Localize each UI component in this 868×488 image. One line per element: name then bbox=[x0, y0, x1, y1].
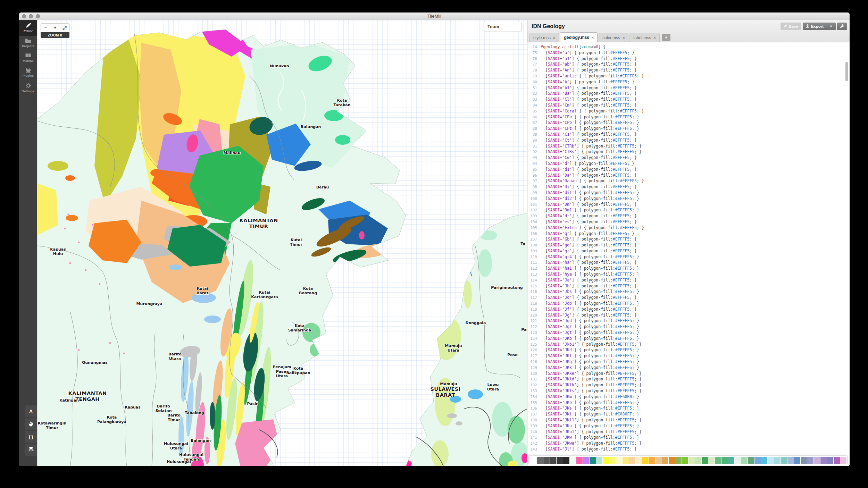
code-line[interactable]: 141 [SANDI='JKw'] { polygon-fill:#EFFFF5… bbox=[527, 435, 850, 440]
palette-swatch[interactable] bbox=[529, 457, 536, 464]
palette-swatch[interactable] bbox=[721, 457, 728, 464]
code-line[interactable]: 120 [SANDI='Jg'] { polygon-fill:#EFFFF5;… bbox=[527, 312, 850, 318]
palette-swatch[interactable] bbox=[616, 457, 622, 464]
zoom-out-button[interactable]: − bbox=[41, 24, 50, 32]
code-line[interactable]: 99 [SANDI='di1'] { polygon-fill:#EFFFF5;… bbox=[527, 190, 850, 196]
palette-swatch[interactable] bbox=[741, 457, 748, 464]
code-line[interactable]: 97 [SANDI='Danau'] { polygon-fill:#EFFFF… bbox=[527, 178, 850, 184]
code-line[interactable]: 77 [SANDI='ab'] { polygon-fill:#EFFFF5; … bbox=[527, 61, 850, 67]
palette-swatch[interactable] bbox=[827, 457, 833, 464]
palette-swatch[interactable] bbox=[682, 457, 688, 464]
code-line[interactable]: 103 [SANDI='dr'] { polygon-fill:#EFFFF5;… bbox=[527, 213, 850, 219]
code-line[interactable]: 92 [SANDI='CTRs'] { polygon-fill:#EFFFF5… bbox=[527, 149, 850, 155]
code-line[interactable]: 122 [SANDI='Jgr'] { polygon-fill:#EFFFF5… bbox=[527, 324, 850, 330]
hand-tool-button[interactable] bbox=[25, 418, 37, 430]
carto-code-editor[interactable]: 74#geology_a::fill[zoom>=0] {75 [SANDI='… bbox=[527, 42, 850, 455]
code-line[interactable]: 111 [SANDI='ha'] { polygon-fill:#EFFFF5;… bbox=[527, 260, 850, 266]
code-line[interactable]: 109 [SANDI='gr'] { polygon-fill:#EFFFF5;… bbox=[527, 248, 850, 254]
sidebar-item-projects[interactable]: Projects bbox=[19, 36, 37, 51]
palette-swatch[interactable] bbox=[603, 457, 609, 464]
code-line[interactable]: 98 [SANDI='Di'] { polygon-fill:#EFFFF5; … bbox=[527, 184, 850, 190]
code-line[interactable]: 114 [SANDI='Ja'] { polygon-fill:#EFFFF5;… bbox=[527, 277, 850, 283]
palette-swatch[interactable] bbox=[807, 457, 813, 464]
code-line[interactable]: 106 [SANDI='g'] { polygon-fill:#EFFFF5; … bbox=[527, 231, 850, 237]
palette-swatch[interactable] bbox=[728, 457, 734, 464]
palette-swatch[interactable] bbox=[834, 457, 840, 464]
code-line[interactable]: 96 [SANDI='Da'] { polygon-fill:#EFFFF5; … bbox=[527, 173, 850, 178]
code-line[interactable]: 142 [SANDI='JKwa'] { polygon-fill:#EFFFF… bbox=[527, 440, 850, 446]
code-line[interactable]: 123 [SANDI='Jgt'] { polygon-fill:#EFFFF5… bbox=[527, 330, 850, 336]
tab-color-mss[interactable]: color.mss × bbox=[599, 33, 628, 42]
code-line[interactable]: 108 [SANDI='gd'] { polygon-fill:#EFFFF5;… bbox=[527, 242, 850, 248]
code-line[interactable]: 104 [SANDI='es'] { polygon-fill:#EFFFF5;… bbox=[527, 219, 850, 225]
palette-swatch[interactable] bbox=[583, 457, 589, 464]
palette-swatch[interactable] bbox=[550, 457, 556, 464]
code-line[interactable]: 110 [SANDI='gr4'] { polygon-fill:#EFFFF5… bbox=[527, 254, 850, 260]
carto-tool-button[interactable]: { } bbox=[25, 431, 37, 443]
palette-swatch[interactable] bbox=[761, 457, 767, 464]
sidebar-item-editor[interactable]: Editor bbox=[19, 20, 37, 36]
code-line[interactable]: 129 [SANDI='JKk'] { polygon-fill:#EFFFF5… bbox=[527, 365, 850, 371]
palette-swatch[interactable] bbox=[695, 457, 701, 464]
code-line[interactable]: 91 [SANDI='CTRb'] { polygon-fill:#EFFFF5… bbox=[527, 143, 850, 149]
add-stylesheet-button[interactable]: + bbox=[662, 34, 670, 41]
close-icon[interactable]: × bbox=[592, 35, 594, 40]
code-line[interactable]: 117 [SANDI='Jd'] { polygon-fill:#EFFFF5;… bbox=[527, 295, 850, 301]
code-line[interactable]: 101 [SANDI='Dm'] { polygon-fill:#EFFFF5;… bbox=[527, 202, 850, 208]
palette-swatch[interactable] bbox=[675, 457, 682, 464]
palette-swatch[interactable] bbox=[708, 457, 715, 464]
code-line[interactable]: 87 [SANDI='CPp'] { polygon-fill:#EFFFF5;… bbox=[527, 120, 850, 126]
code-line[interactable]: 116 [SANDI='Jbs'] { polygon-fill:#EFFFF5… bbox=[527, 289, 850, 295]
code-line[interactable]: 126 [SANDI='JKd'] { polygon-fill:#EFFFF5… bbox=[527, 347, 850, 353]
palette-swatch[interactable] bbox=[781, 457, 787, 464]
map-canvas[interactable]: NunukanKotaTarakanBulunganMalinauBerauKa… bbox=[37, 20, 527, 466]
editor-scrollbar[interactable] bbox=[845, 62, 848, 81]
palette-swatch[interactable] bbox=[768, 457, 774, 464]
code-line[interactable]: 88 [SANDI='CPz'] { polygon-fill:#EFFFF5;… bbox=[527, 126, 850, 132]
palette-swatch[interactable] bbox=[702, 457, 708, 464]
code-line[interactable]: 86 [SANDI='CPa'] { polygon-fill:#EFFFF5;… bbox=[527, 114, 850, 120]
zoom-in-button[interactable]: + bbox=[50, 24, 60, 32]
code-line[interactable]: 83 [SANDI='Cl'] { polygon-fill:#EFFFF5; … bbox=[527, 96, 850, 102]
window-titlebar[interactable]: TileMill bbox=[19, 12, 850, 20]
palette-swatch[interactable] bbox=[787, 457, 794, 464]
close-icon[interactable]: × bbox=[653, 36, 656, 40]
palette-swatch[interactable] bbox=[629, 457, 635, 464]
code-line[interactable]: 79 [SANDI='antic'] { polygon-fill:#EFFFF… bbox=[527, 73, 850, 79]
palette-swatch[interactable] bbox=[636, 457, 642, 464]
palette-swatch[interactable] bbox=[794, 457, 800, 464]
code-line[interactable]: 132 [SANDI='JKlk'] { polygon-fill:#EFFFF… bbox=[527, 382, 850, 388]
code-line[interactable]: 119 [SANDI='Jf'] { polygon-fill:#EFFFF5;… bbox=[527, 306, 850, 312]
code-line[interactable]: 89 [SANDI='Cs'] { polygon-fill:#EFFFF5; … bbox=[527, 132, 850, 137]
code-line[interactable]: 121 [SANDI='Jgd'] { polygon-fill:#EFFFF5… bbox=[527, 318, 850, 324]
code-line[interactable]: 139 [SANDI='JKu'] { polygon-fill:#EFFFF5… bbox=[527, 423, 850, 429]
code-line[interactable]: 80 [SANDI='b'] { polygon-fill:#EFFFF5; } bbox=[527, 79, 850, 85]
code-line[interactable]: 112 [SANDI='ha1'] { polygon-fill:#EFFFF5… bbox=[527, 266, 850, 271]
font-tool-button[interactable]: A bbox=[25, 405, 37, 417]
palette-swatch[interactable] bbox=[754, 457, 761, 464]
layers-tool-button[interactable] bbox=[25, 444, 37, 456]
palette-swatch[interactable] bbox=[563, 457, 569, 464]
tab-style-mss[interactable]: style.mss × bbox=[529, 33, 559, 42]
code-line[interactable]: 137 [SANDI='JKt'] { polygon-fill:#C080FF… bbox=[527, 411, 850, 417]
code-line[interactable]: 140 [SANDI='JKu1'] { polygon-fill:#EFFFF… bbox=[527, 429, 850, 435]
palette-swatch[interactable] bbox=[715, 457, 721, 464]
code-line[interactable]: 76 [SANDI='a1'] { polygon-fill:#EFFFF5; … bbox=[527, 56, 850, 62]
palette-swatch[interactable] bbox=[537, 457, 543, 464]
code-line[interactable]: 127 [SANDI='JKf'] { polygon-fill:#EFFFF5… bbox=[527, 353, 850, 359]
code-line[interactable]: 118 [SANDI='Jdo'] { polygon-fill:#EFFFF5… bbox=[527, 301, 850, 306]
sidebar-item-manual[interactable]: Manual bbox=[19, 51, 37, 65]
code-line[interactable]: 78 [SANDI='An'] { polygon-fill:#EFFFF5; … bbox=[527, 67, 850, 73]
code-line[interactable]: 84 [SANDI='Cm'] { polygon-fill:#EFFFF5; … bbox=[527, 102, 850, 108]
close-icon[interactable]: × bbox=[553, 36, 555, 40]
tab-geology-mss[interactable]: geology.mss × bbox=[560, 32, 598, 42]
close-window-icon[interactable] bbox=[22, 14, 26, 18]
code-line[interactable]: 130 [SANDI='JKke'] { polygon-fill:#EFFFF… bbox=[527, 371, 850, 377]
export-button[interactable]: Export ▼ bbox=[803, 23, 836, 30]
code-line[interactable]: 81 [SANDI='b1'] { polygon-fill:#EFFFF5; … bbox=[527, 85, 850, 91]
palette-swatch[interactable] bbox=[570, 457, 576, 464]
sidebar-item-settings[interactable]: Settings bbox=[19, 80, 37, 96]
save-button[interactable]: Save bbox=[781, 23, 801, 30]
palette-swatch[interactable] bbox=[814, 457, 820, 464]
code-line[interactable]: 102 [SANDI='Dm1'] { polygon-fill:#EFFFF5… bbox=[527, 207, 850, 213]
